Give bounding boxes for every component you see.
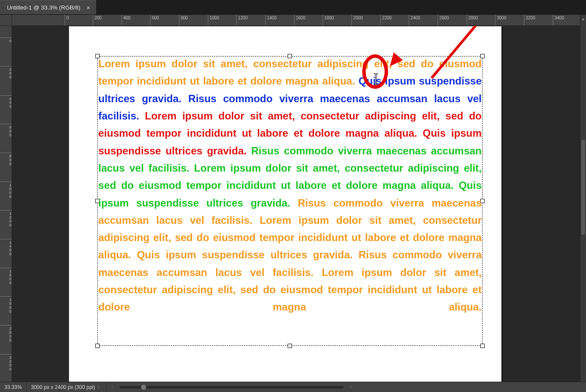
status-bar: 33.33% 3000 px x 2400 px (300 ppi) 〉 〈 〉 [0, 382, 586, 392]
ruler-v-tick: 200 [0, 66, 12, 79]
ruler-v-tick: 800 [0, 153, 12, 166]
document-tab-title: Untitled-1 @ 33.3% (RGB/8) [7, 4, 81, 11]
horizontal-scrollbar[interactable] [119, 386, 344, 389]
document-dimensions[interactable]: 3000 px x 2400 px (300 ppi) 〉 [27, 382, 107, 392]
ruler-h-tick: 1200 [236, 15, 248, 25]
document-canvas[interactable]: Lorem ipsum dolor sit amet, consectetur … [69, 26, 501, 382]
scroll-left-arrow-icon[interactable]: 〈 [107, 384, 116, 390]
dimensions-value: 3000 px x 2400 px (300 ppi) [31, 384, 95, 390]
close-icon[interactable]: × [85, 4, 92, 11]
vertical-ruler[interactable]: 0200400600800100012001400160018002000220… [0, 26, 12, 382]
vertical-scrollbar[interactable]: ▴ [580, 15, 586, 382]
horizontal-scroll-thumb[interactable] [141, 385, 146, 390]
chevron-right-icon[interactable]: 〉 [97, 384, 102, 390]
vertical-scroll-thumb[interactable] [581, 140, 585, 235]
ruler-v-tick: 2200 [0, 354, 12, 371]
ruler-h-tick: 1600 [294, 15, 305, 25]
ruler-h-tick: 1000 [208, 15, 219, 25]
ruler-h-tick: 800 [179, 15, 188, 25]
ruler-h-tick: 2000 [351, 15, 363, 25]
ruler-h-tick: 400 [122, 15, 131, 25]
zoom-value: 33.33% [4, 384, 22, 390]
ruler-v-tick: 600 [0, 124, 12, 137]
ruler-h-tick: 2200 [380, 15, 392, 25]
ruler-v-tick: 1600 [0, 268, 12, 285]
ruler-v-tick: 0 [0, 38, 12, 43]
canvas-viewport[interactable]: Lorem ipsum dolor sit amet, consectetur … [12, 26, 580, 382]
ruler-h-tick: 1400 [265, 15, 276, 25]
ruler-origin[interactable] [0, 15, 12, 26]
ruler-h-tick: 2600 [438, 15, 449, 25]
horizontal-ruler[interactable]: 0200400600800100012001400160018002000220… [12, 15, 580, 26]
ruler-h-tick: 3000 [495, 15, 506, 25]
text-segment: Risus commodo viverra maecenas accumsan … [98, 197, 482, 313]
scroll-right-arrow-icon[interactable]: 〉 [347, 384, 357, 390]
resize-handle-bl[interactable] [95, 344, 100, 348]
ruler-h-tick: 600 [150, 15, 159, 25]
ruler-h-tick: 0 [65, 15, 69, 25]
ruler-v-tick: 2000 [0, 325, 12, 342]
document-tab[interactable]: Untitled-1 @ 33.3% (RGB/8) × [0, 0, 96, 14]
ruler-h-tick: 3400 [553, 15, 564, 25]
ruler-v-tick: 1400 [0, 239, 12, 256]
text-content[interactable]: Lorem ipsum dolor sit amet, consectetur … [98, 55, 482, 316]
ruler-v-tick: 1800 [0, 296, 12, 313]
ruler-h-tick: 3200 [524, 15, 535, 25]
scroll-up-arrow-icon[interactable]: ▴ [580, 16, 586, 21]
ruler-v-tick: 400 [0, 95, 12, 108]
resize-handle-br[interactable] [480, 344, 485, 348]
ruler-h-tick: 2800 [467, 15, 478, 25]
document-tab-bar: Untitled-1 @ 33.3% (RGB/8) × [0, 0, 586, 15]
zoom-level[interactable]: 33.33% [0, 382, 27, 392]
ruler-h-tick: 2400 [409, 15, 420, 25]
resize-handle-bm[interactable] [288, 344, 292, 348]
ruler-h-tick: 200 [93, 15, 102, 25]
ruler-h-tick: 1800 [323, 15, 334, 25]
ruler-v-tick: 1000 [0, 182, 12, 198]
ruler-v-tick: 1200 [0, 210, 12, 227]
work-area: 0200400600800100012001400160018002000220… [0, 15, 586, 382]
